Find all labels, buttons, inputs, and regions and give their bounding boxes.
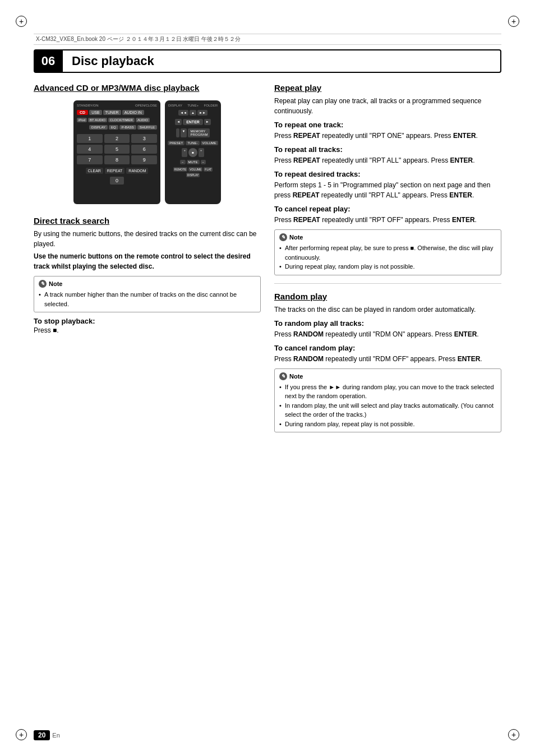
cancel-repeat-text: Press REPEAT repeatedly until "RPT OFF" … (274, 215, 501, 225)
main-content: Advanced CD or MP3/WMA disc playback STA… (34, 83, 501, 722)
direct-track-search-section: Direct track search By using the numeric… (34, 216, 261, 335)
repeat-all-title: To repeat all tracks: (274, 145, 501, 154)
registration-mark-tr (508, 16, 519, 27)
direct-track-search-title: Direct track search (34, 216, 261, 225)
repeat-play-intro: Repeat play can play one track, all trac… (274, 96, 501, 116)
stop-playback-title: To stop playback: (34, 317, 95, 325)
repeat-play-note-header: ✎ Note (279, 233, 496, 241)
section-divider (274, 283, 501, 284)
repeat-play-title: Repeat play (274, 83, 501, 93)
random-note-item-2: In random play, the unit will select and… (279, 401, 496, 420)
random-play-section: Random play The tracks on the disc can b… (274, 292, 501, 433)
chapter-header: 06 Disc playback (34, 49, 501, 73)
chapter-number: 06 (34, 49, 63, 73)
stop-playback-text: Press ■. (34, 325, 261, 335)
chapter-title-box: Disc playback (63, 49, 501, 73)
registration-mark-tl (16, 16, 27, 27)
device-image: STANDBY/ON OPEN/CLOSE CD USB TUNER AUDIO… (34, 96, 261, 208)
page-language: En (52, 732, 59, 739)
page-number: 20 (34, 730, 50, 740)
header-bar: X-CM32_VXE8_En.book 20 ページ ２０１４年３月１２日 水曜… (34, 34, 501, 45)
cancel-repeat-title: To cancel repeat play: (274, 205, 501, 213)
repeat-play-note-box: ✎ Note After performing repeat play, be … (274, 229, 501, 275)
random-all-title: To random play all tracks: (274, 319, 501, 328)
direct-track-search-instruction: Use the numeric buttons on the remote co… (34, 251, 261, 271)
main-unit-image: STANDBY/ON OPEN/CLOSE CD USB TUNER AUDIO… (73, 100, 160, 204)
random-note-item-1: If you press the ►► during random play, … (279, 382, 496, 401)
random-play-note-box: ✎ Note If you press the ►► during random… (274, 368, 501, 433)
random-note-icon: ✎ (279, 372, 287, 380)
repeat-desired-title: To repeat desired tracks: (274, 170, 501, 178)
repeat-note-icon: ✎ (279, 233, 287, 241)
note-icon: ✎ (39, 280, 47, 288)
registration-mark-br (508, 729, 519, 740)
file-info: X-CM32_VXE8_En.book 20 ページ ２０１４年３月１２日 水曜… (36, 35, 241, 43)
random-play-note-header: ✎ Note (279, 372, 496, 380)
page-footer: 20 En (34, 730, 60, 740)
random-note-item-3: During random play, repeat play is not p… (279, 420, 496, 429)
right-column: Repeat play Repeat play can play one tra… (274, 83, 501, 722)
repeat-all-text: Press REPEAT repeatedly until "RPT ALL" … (274, 155, 501, 165)
repeat-one-title: To repeat one track: (274, 121, 501, 129)
registration-mark-bl (16, 729, 27, 740)
direct-track-note-header: ✎ Note (39, 280, 256, 288)
remote-control-image: DISPLAY TUNE+ FOLDER ◄◄ ▲ ►► ◄ ENTER ► ▼ (165, 100, 221, 204)
left-column: Advanced CD or MP3/WMA disc playback STA… (34, 83, 261, 722)
repeat-one-text: Press REPEAT repeatedly until "RPT ONE" … (274, 131, 501, 141)
direct-track-note-item-1: A track number higher than the number of… (39, 290, 256, 308)
cancel-random-text: Press RANDOM repeatedly until "RDM OFF" … (274, 354, 501, 364)
advanced-cd-title: Advanced CD or MP3/WMA disc playback (34, 83, 261, 93)
chapter-title: Disc playback (72, 54, 154, 68)
stop-playback-section: To stop playback: Press ■. (34, 317, 261, 335)
repeat-play-section: Repeat play Repeat play can play one tra… (274, 83, 501, 275)
repeat-note-item-2: During repeat play, random play is not p… (279, 262, 496, 271)
random-all-text: Press RANDOM repeatedly until "RDM ON" a… (274, 329, 501, 339)
numpad: 1 2 3 4 5 6 7 8 9 (77, 134, 157, 164)
repeat-note-item-1: After performing repeat play, be sure to… (279, 243, 496, 262)
repeat-desired-text: Perform steps 1 - 5 in "Programmed play"… (274, 180, 501, 200)
random-play-title: Random play (274, 292, 501, 301)
direct-track-note-box: ✎ Note A track number higher than the nu… (34, 276, 261, 312)
cancel-random-title: To cancel random play: (274, 344, 501, 352)
direct-track-search-intro: By using the numeric buttons, the desire… (34, 229, 261, 249)
random-play-intro: The tracks on the disc can be played in … (274, 305, 501, 315)
